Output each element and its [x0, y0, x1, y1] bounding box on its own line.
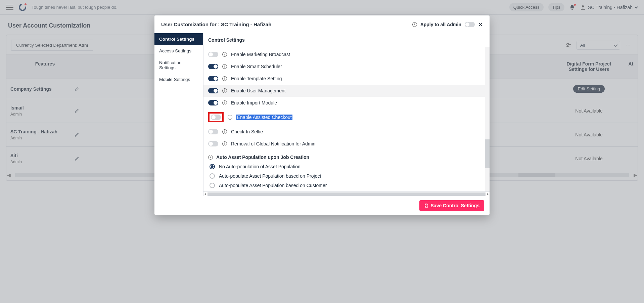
- save-label: Save Control Settings: [431, 203, 479, 208]
- option-label: Enable Marketing Broadcast: [231, 52, 290, 57]
- radio-label: No Auto-population of Asset Population: [219, 164, 301, 169]
- info-icon[interactable]: i: [412, 22, 417, 27]
- apply-all-admin-label: Apply to all Admin: [420, 22, 461, 27]
- highlight-box: [208, 112, 224, 122]
- modal-title-user: SC Training - Hafizah: [221, 21, 271, 27]
- radio-row[interactable]: No Auto-population of Asset Population: [203, 162, 490, 171]
- info-icon[interactable]: i: [222, 129, 227, 134]
- option-toggle[interactable]: [208, 76, 218, 81]
- option-toggle[interactable]: [208, 129, 218, 134]
- option-row: iEnable Smart Scheduler: [203, 60, 490, 73]
- vertical-scrollbar[interactable]: [485, 47, 490, 191]
- option-label: Enable User Management: [231, 88, 286, 93]
- option-toggle[interactable]: [208, 141, 218, 146]
- user-customization-modal: User Customization for : SC Training - H…: [154, 15, 490, 215]
- pane-horizontal-scrollbar[interactable]: [203, 191, 490, 196]
- info-icon[interactable]: i: [222, 64, 227, 69]
- option-row: iEnable Import Module: [203, 97, 490, 109]
- radio-button[interactable]: [210, 164, 215, 169]
- info-icon[interactable]: i: [208, 155, 213, 160]
- radio-button[interactable]: [210, 183, 215, 188]
- option-row: iEnable Assisted Checkout: [203, 109, 490, 126]
- apply-all-admin-toggle[interactable]: [465, 22, 475, 27]
- save-control-settings-button[interactable]: Save Control Settings: [419, 200, 484, 211]
- option-row: iCheck-In Selfie: [203, 126, 490, 138]
- info-icon[interactable]: i: [222, 76, 227, 81]
- option-label: Check-In Selfie: [231, 129, 263, 134]
- tab-access-settings[interactable]: Access Settings: [154, 45, 203, 57]
- info-icon[interactable]: i: [222, 100, 227, 105]
- tab-mobile-settings[interactable]: Mobile Settings: [154, 74, 203, 85]
- radio-button[interactable]: [210, 173, 215, 179]
- settings-tabs: Control SettingsAccess SettingsNotificat…: [154, 33, 203, 196]
- option-label: Enable Assisted Checkout: [236, 115, 292, 120]
- option-toggle[interactable]: [208, 52, 218, 57]
- option-row: iEnable Template Setting: [203, 73, 490, 85]
- info-icon[interactable]: i: [222, 52, 227, 57]
- radio-label: Auto-populate Asset Population based on …: [219, 173, 321, 179]
- option-toggle[interactable]: [208, 88, 218, 93]
- option-row: iRemoval of Global Notification for Admi…: [203, 138, 490, 150]
- info-icon[interactable]: i: [222, 141, 227, 146]
- pane-header: Control Settings: [203, 33, 490, 47]
- close-icon[interactable]: [478, 22, 483, 27]
- save-icon: [424, 203, 429, 208]
- option-label: Removal of Global Notification for Admin: [231, 141, 315, 146]
- info-icon[interactable]: i: [228, 115, 232, 120]
- asset-section-label: iAuto Asset Population upon Job Creation: [203, 150, 490, 162]
- modal-title-prefix: User Customization for :: [161, 21, 221, 27]
- option-label: Enable Template Setting: [231, 76, 282, 81]
- option-row: iEnable Marketing Broadcast: [203, 48, 490, 60]
- modal-header: User Customization for : SC Training - H…: [154, 15, 490, 33]
- option-toggle[interactable]: [208, 100, 218, 105]
- tab-notification-settings[interactable]: Notification Settings: [154, 57, 203, 74]
- option-label: Enable Import Module: [231, 100, 277, 105]
- option-toggle[interactable]: [211, 115, 221, 120]
- option-row: iEnable User Management: [203, 85, 490, 97]
- radio-row[interactable]: Auto-populate Asset Population based on …: [203, 171, 490, 181]
- option-toggle[interactable]: [208, 64, 218, 69]
- info-icon[interactable]: i: [222, 88, 227, 93]
- option-label: Enable Smart Scheduler: [231, 64, 282, 69]
- tab-control-settings[interactable]: Control Settings: [154, 33, 203, 45]
- radio-row[interactable]: Auto-populate Asset Population based on …: [203, 181, 490, 190]
- radio-label: Auto-populate Asset Population based on …: [219, 183, 327, 188]
- modal-overlay: User Customization for : SC Training - H…: [0, 0, 644, 303]
